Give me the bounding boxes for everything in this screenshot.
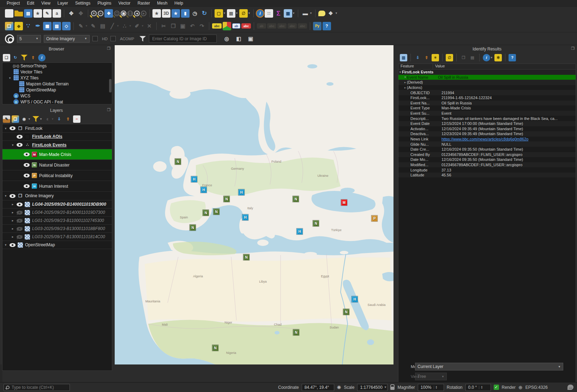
collapse-tree-icon[interactable]: ⇧ xyxy=(423,54,430,61)
expander-icon[interactable]: ▸ xyxy=(403,86,407,89)
visibility-eye-icon[interactable] xyxy=(24,174,30,177)
layer-item-openstreetmap[interactable]: ▾OpenStreetMap xyxy=(2,241,112,249)
menu-mesh[interactable]: Mesh xyxy=(154,0,170,6)
identify-row--actions-[interactable]: ▸(Actions) xyxy=(398,85,576,90)
expander-icon[interactable]: ▾ xyxy=(398,71,402,74)
identify-row-longitude[interactable]: Longitude37.13 xyxy=(398,167,576,173)
visibility-eye-icon[interactable] xyxy=(24,184,30,188)
attribute-table-icon[interactable]: ▦ xyxy=(284,9,292,18)
new-3d-map-view-icon[interactable]: 3D xyxy=(162,9,170,18)
float-panel-icon[interactable]: ❐ xyxy=(571,46,575,51)
expander-icon[interactable]: ▾ xyxy=(403,76,407,79)
filter-browser-icon[interactable] xyxy=(20,54,28,61)
event-marker-human[interactable]: H xyxy=(239,189,245,195)
layer-item-firstlook[interactable]: ▾❐FirstLook xyxy=(2,124,112,133)
expander-icon[interactable]: ▸ xyxy=(403,81,407,84)
expander-icon[interactable]: ▾ xyxy=(8,76,12,80)
identify-row--derived-[interactable]: ▸(Derived) xyxy=(398,80,576,85)
expander-icon[interactable]: ▸ xyxy=(11,211,14,214)
project-open-icon[interactable] xyxy=(14,9,23,18)
acomp-checkbox[interactable] xyxy=(110,36,116,41)
expand-all-icon[interactable]: ⇩ xyxy=(55,115,63,123)
python-console-icon[interactable]: Py xyxy=(313,22,321,30)
new-mesh-layer-icon[interactable]: ◇ xyxy=(62,22,71,30)
view-select[interactable]: Tree ▼ xyxy=(415,373,447,380)
browser-item-sensorthings[interactable]: ((•))SensorThings xyxy=(2,63,112,69)
map-canvas[interactable]: NHHHNNMNNHPNNHNHNNN FranceGermanyPolandU… xyxy=(115,45,393,364)
layer-item-political-instability[interactable]: PPolitical Instability xyxy=(2,170,112,181)
expander-icon[interactable]: ▾ xyxy=(4,194,7,198)
expand-new-results-icon[interactable]: ✶ xyxy=(432,54,439,61)
identify-row-activatio-[interactable]: Activatio...12/16/2024 09:35:49 (Mountai… xyxy=(398,126,576,132)
remove-layer-icon[interactable]: − xyxy=(73,115,80,123)
identify-features-icon[interactable]: i xyxy=(257,10,264,17)
menu-raster[interactable]: Raster xyxy=(134,0,153,6)
browser-item-wcs[interactable]: ◍WCS xyxy=(2,93,112,99)
filter-imagery-icon[interactable] xyxy=(139,35,146,42)
layer-item-lg03-2025-09-23-b1300011018bf800[interactable]: ▸LG03-2025/09/23-B1300011018BF800 xyxy=(2,225,112,233)
rotation-stepper[interactable]: 0.0 ° ▲▼ xyxy=(465,384,491,391)
open-form-icon[interactable]: ▥ xyxy=(400,54,407,61)
visibility-eye-icon[interactable] xyxy=(17,203,23,206)
select-by-form-icon-dropdown[interactable]: ▼ xyxy=(235,12,238,15)
identify-row-event-date[interactable]: Event Date12/15/2024 17:00:00 (Mountain … xyxy=(398,121,576,126)
event-marker-human[interactable]: H xyxy=(201,187,207,193)
layer-item-human-interest[interactable]: HHuman Interest xyxy=(2,181,112,192)
visibility-eye-icon[interactable] xyxy=(10,243,16,247)
select-features-icon-dropdown[interactable]: ▼ xyxy=(223,12,226,15)
filter-legend-icon-dropdown[interactable]: ▼ xyxy=(40,117,42,121)
menu-settings[interactable]: Settings xyxy=(72,0,94,6)
layer-item-natural-disaster[interactable]: NNatural Disaster xyxy=(2,160,112,170)
identify-row-firstlook-[interactable]: FirstLook...211994-1-65-121624-122324 xyxy=(398,95,576,101)
visibility-eye-icon[interactable] xyxy=(17,135,23,139)
refresh-browser-icon[interactable]: ↻ xyxy=(12,54,19,61)
pin-labels-icon[interactable]: ab xyxy=(232,23,240,29)
float-panel-icon[interactable]: ❐ xyxy=(107,108,110,112)
manage-map-themes-icon-dropdown[interactable]: ▼ xyxy=(28,117,31,121)
identify-row-created-by[interactable]: Created By0123456789ABCDEF::FLMS_USER::a… xyxy=(398,152,576,157)
identify-row-objectid[interactable]: OBJECTID211994 xyxy=(398,90,576,95)
new-temporary-scratch-layer-icon[interactable]: ▦ xyxy=(43,22,52,30)
menu-edit[interactable]: Edit xyxy=(24,0,37,6)
identify-row-event-name[interactable]: ▾Event NameOil Spill in Russia xyxy=(398,75,576,80)
visibility-eye-off-icon[interactable] xyxy=(17,227,23,231)
visibility-eye-icon[interactable] xyxy=(10,126,16,130)
event-marker-political[interactable]: P xyxy=(372,216,378,222)
layer-item-online-imagery[interactable]: ▾❐Online Imagery xyxy=(2,192,112,200)
messages-icon[interactable]: … xyxy=(567,385,573,390)
layer-item-lg01-2025-09-23-b110001102745300[interactable]: ▸LG01-2025/09/23-B110001102745300 xyxy=(2,217,112,225)
identify-settings-icon[interactable]: ✱ xyxy=(494,54,502,61)
collapse-all-layers-icon[interactable]: ⇧ xyxy=(64,115,72,123)
event-marker-natural[interactable]: N xyxy=(224,196,230,202)
browser-properties-icon[interactable]: i xyxy=(38,54,46,61)
web-services-globe-icon[interactable]: ◎ xyxy=(222,35,231,43)
event-marker-manmade[interactable]: M xyxy=(341,200,347,206)
menu-view[interactable]: View xyxy=(38,0,54,6)
filter-by-expression-icon-dropdown[interactable]: ▼ xyxy=(51,117,54,121)
spinner-arrows-icon[interactable]: ▲▼ xyxy=(479,386,483,389)
measure-icon[interactable]: ▬ xyxy=(301,9,309,18)
browser-item-mapzen-global-terrain[interactable]: Mapzen Global Terrain xyxy=(2,81,112,87)
event-marker-human[interactable]: H xyxy=(242,215,248,221)
event-marker-natural[interactable]: N xyxy=(175,159,181,165)
vertex-tool-icon-dropdown[interactable]: ▼ xyxy=(129,24,132,28)
identify-row-event-na-[interactable]: Event Na...Oil Spill in Russia xyxy=(398,101,576,106)
event-marker-natural[interactable]: N xyxy=(212,345,218,351)
expander-icon[interactable]: ▸ xyxy=(11,227,14,230)
catalog-search-input[interactable]: Enter Catalog ID or Image ID xyxy=(149,35,217,43)
data-source-manager-icon[interactable]: ❏ xyxy=(5,22,13,30)
statistics-icon[interactable]: ∷ xyxy=(265,9,273,18)
event-marker-natural[interactable]: N xyxy=(293,196,299,202)
open-layer-styling-icon[interactable]: ✎ xyxy=(3,115,10,123)
imagery-source-select[interactable]: Online Imagery▼ xyxy=(44,35,90,43)
project-new-icon[interactable] xyxy=(5,9,13,18)
highlight-unplaced-labels-icon[interactable]: abc xyxy=(241,23,251,29)
project-save-icon[interactable]: ▤ xyxy=(24,9,32,18)
layer-item-firstlook-events[interactable]: ▾∴FirstLook Events xyxy=(2,141,112,149)
new-virtual-layer-icon[interactable]: ▧ xyxy=(53,22,61,30)
identify-row-latitude[interactable]: Latitude45.56 xyxy=(398,173,576,178)
scale-select[interactable]: 1:17764500 ▼ xyxy=(357,384,387,391)
layer-diagram-icon[interactable]: ◕ xyxy=(223,22,231,30)
render-checkbox[interactable]: ✓ xyxy=(494,385,499,390)
event-marker-natural[interactable]: N xyxy=(343,309,349,315)
